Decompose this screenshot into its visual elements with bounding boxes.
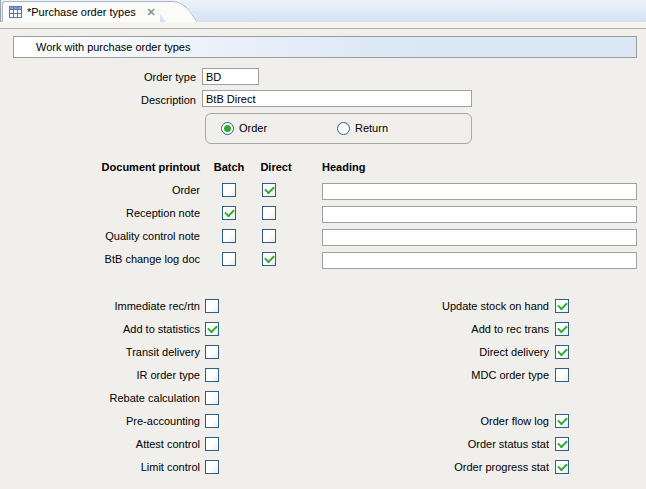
option-label: Limit control <box>0 461 200 474</box>
checkbox-btb-direct[interactable] <box>262 252 276 266</box>
form-title: Work with purchase order types <box>36 41 190 53</box>
option-label: Order flow log <box>249 415 549 428</box>
description-input[interactable] <box>202 90 472 107</box>
check-icon <box>557 323 568 334</box>
radio-dot-icon <box>224 125 231 132</box>
editor-tab-bar: *Purchase order types ✕ <box>0 0 646 22</box>
checkbox-direct-delivery[interactable] <box>555 345 569 359</box>
tab-strip-underline <box>0 22 646 29</box>
option-label: IR order type <box>0 369 200 382</box>
checkbox-mdc-order-type[interactable] <box>555 368 569 382</box>
checkbox-transit-delivery[interactable] <box>205 345 219 359</box>
check-icon <box>557 438 568 449</box>
printout-row-label: Reception note <box>0 207 200 220</box>
checkbox-order-status-stat[interactable] <box>555 437 569 451</box>
radio-return[interactable] <box>337 122 350 135</box>
check-icon <box>557 346 568 357</box>
description-label: Description <box>0 94 196 107</box>
heading-header: Heading <box>322 161 422 174</box>
check-icon <box>264 184 275 195</box>
order-return-group: Order Return <box>205 113 472 144</box>
tab-purchase-order-types[interactable]: *Purchase order types ✕ <box>2 1 160 22</box>
checkbox-reception-direct[interactable] <box>262 206 276 220</box>
checkbox-pre-accounting[interactable] <box>205 414 219 428</box>
direct-header: Direct <box>252 161 300 174</box>
check-icon <box>557 300 568 311</box>
checkbox-limit-control[interactable] <box>205 460 219 474</box>
purchase-order-types-window: *Purchase order types ✕ Work with purcha… <box>0 0 646 489</box>
checkbox-update-stock-on-hand[interactable] <box>555 299 569 313</box>
form-title-bar: Work with purchase order types <box>13 36 637 58</box>
heading-input-quality[interactable] <box>322 229 637 246</box>
tab-title: *Purchase order types <box>27 6 136 18</box>
checkbox-quality-batch[interactable] <box>222 229 236 243</box>
order-type-label: Order type <box>0 71 196 84</box>
document-printout-header: Document printout <box>0 161 200 174</box>
check-icon <box>224 207 235 218</box>
heading-input-btb[interactable] <box>322 252 637 269</box>
checkbox-add-to-rec-trans[interactable] <box>555 322 569 336</box>
checkbox-quality-direct[interactable] <box>262 229 276 243</box>
checkbox-reception-batch[interactable] <box>222 206 236 220</box>
option-label: Order progress stat <box>249 461 549 474</box>
option-label: Direct delivery <box>249 346 549 359</box>
option-label: Immediate rec/rtn <box>0 300 200 313</box>
checkbox-attest-control[interactable] <box>205 437 219 451</box>
radio-return-label: Return <box>355 122 388 135</box>
option-label: Add to rec trans <box>249 323 549 336</box>
checkbox-order-direct[interactable] <box>262 183 276 197</box>
checkbox-order-batch[interactable] <box>222 183 236 197</box>
table-grid-icon <box>9 6 22 18</box>
check-icon <box>207 323 218 334</box>
option-label: Update stock on hand <box>249 300 549 313</box>
option-label: Attest control <box>0 438 200 451</box>
check-icon <box>557 461 568 472</box>
checkbox-btb-batch[interactable] <box>222 252 236 266</box>
radio-order[interactable] <box>221 122 234 135</box>
option-label: MDC order type <box>249 369 549 382</box>
printout-row-label: BtB change log doc <box>0 253 200 266</box>
close-icon[interactable]: ✕ <box>144 5 158 19</box>
radio-order-label: Order <box>239 122 267 135</box>
checkbox-order-progress-stat[interactable] <box>555 460 569 474</box>
heading-input-reception[interactable] <box>322 206 637 223</box>
printout-row-label: Order <box>0 184 200 197</box>
option-label: Rebate calculation <box>0 392 200 405</box>
option-label: Pre-accounting <box>0 415 200 428</box>
checkbox-ir-order-type[interactable] <box>205 368 219 382</box>
checkbox-rebate-calculation[interactable] <box>205 391 219 405</box>
option-label: Add to statistics <box>0 323 200 336</box>
batch-header: Batch <box>205 161 253 174</box>
check-icon <box>264 253 275 264</box>
check-icon <box>557 415 568 426</box>
checkbox-immediate-rec-rtn[interactable] <box>205 299 219 313</box>
option-label: Transit delivery <box>0 346 200 359</box>
heading-input-order[interactable] <box>322 183 637 200</box>
checkbox-order-flow-log[interactable] <box>555 414 569 428</box>
checkbox-add-to-statistics[interactable] <box>205 322 219 336</box>
printout-row-label: Quality control note <box>0 230 200 243</box>
order-type-input[interactable] <box>202 68 259 85</box>
option-label: Order status stat <box>249 438 549 451</box>
